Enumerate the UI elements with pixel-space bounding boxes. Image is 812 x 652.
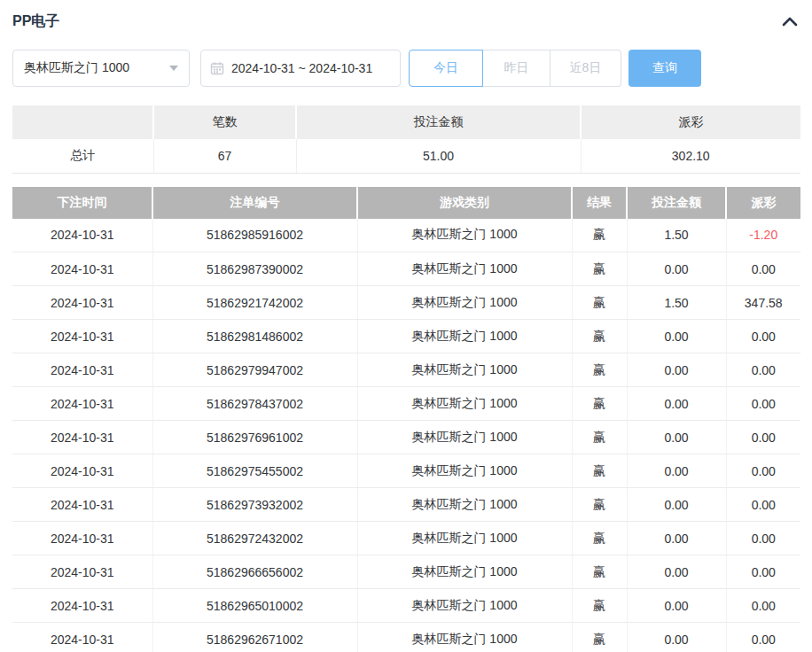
last-8-days-button[interactable]: 近8日 xyxy=(550,50,621,87)
bet-time-cell: 2024-10-31 xyxy=(12,252,152,286)
bet-amount-cell: 0.00 xyxy=(627,522,726,555)
order-number-cell: 51862966656002 xyxy=(152,555,357,589)
header-payout: 派彩 xyxy=(726,187,800,219)
bet-time-cell: 2024-10-31 xyxy=(12,387,152,421)
table-row: 2024-10-3151862987390002奥林匹斯之门 1000赢0.00… xyxy=(12,252,800,286)
collapse-button[interactable] xyxy=(780,12,800,31)
payout-cell: 0.00 xyxy=(726,454,800,488)
result-cell: 赢 xyxy=(572,252,627,286)
table-row: 2024-10-3151862973932002奥林匹斯之门 1000赢0.00… xyxy=(12,488,800,522)
panel-header: PP电子 xyxy=(12,9,800,34)
game-type-cell: 奥林匹斯之门 1000 xyxy=(357,488,572,522)
yesterday-button[interactable]: 昨日 xyxy=(483,50,550,87)
game-type-cell: 奥林匹斯之门 1000 xyxy=(357,555,572,589)
result-cell: 赢 xyxy=(572,353,627,387)
filter-bar: 奥林匹斯之门 1000 2024-10-31 ~ 2024-10-31 xyxy=(12,50,800,87)
order-number-cell: 51862965010002 xyxy=(152,589,357,623)
payout-cell: 0.00 xyxy=(726,252,800,286)
bet-amount-cell: 0.00 xyxy=(627,555,726,589)
date-range-value: 2024-10-31 ~ 2024-10-31 xyxy=(231,61,372,75)
today-button[interactable]: 今日 xyxy=(409,50,483,87)
bet-amount-cell: 0.00 xyxy=(627,454,726,488)
result-cell: 赢 xyxy=(572,286,627,320)
bet-amount-cell: 0.00 xyxy=(627,320,726,353)
chevron-up-icon xyxy=(782,16,798,27)
total-bet-amount: 51.00 xyxy=(296,139,581,173)
bet-amount-cell: 0.00 xyxy=(627,252,726,286)
bet-amount-cell: 0.00 xyxy=(627,589,726,623)
result-cell: 赢 xyxy=(572,421,627,454)
summary-header-count: 笔数 xyxy=(153,105,296,139)
table-row: 2024-10-3151862921742002奥林匹斯之门 1000赢1.50… xyxy=(12,286,800,320)
game-type-cell: 奥林匹斯之门 1000 xyxy=(357,320,572,353)
game-type-cell: 奥林匹斯之门 1000 xyxy=(357,454,572,488)
bet-time-cell: 2024-10-31 xyxy=(12,353,152,387)
table-row: 2024-10-3151862978437002奥林匹斯之门 1000赢0.00… xyxy=(12,387,800,421)
result-cell: 赢 xyxy=(572,555,627,589)
result-cell: 赢 xyxy=(572,219,627,252)
bet-amount-cell: 0.00 xyxy=(627,353,726,387)
result-cell: 赢 xyxy=(572,320,627,353)
quick-date-button-group: 今日 昨日 近8日 xyxy=(409,50,621,87)
game-type-cell: 奥林匹斯之门 1000 xyxy=(357,589,572,623)
bet-time-cell: 2024-10-31 xyxy=(12,488,152,522)
total-label: 总计 xyxy=(12,139,153,173)
order-number-cell: 51862962671002 xyxy=(152,623,357,652)
order-number-cell: 51862985916002 xyxy=(152,219,357,252)
result-cell: 赢 xyxy=(572,589,627,623)
calendar-icon xyxy=(210,61,224,75)
payout-cell: 0.00 xyxy=(726,353,800,387)
bet-time-cell: 2024-10-31 xyxy=(12,589,152,623)
bet-time-cell: 2024-10-31 xyxy=(12,522,152,555)
order-number-cell: 51862979947002 xyxy=(152,353,357,387)
chevron-down-icon xyxy=(169,66,178,71)
game-type-cell: 奥林匹斯之门 1000 xyxy=(357,252,572,286)
query-button[interactable]: 查询 xyxy=(629,50,701,87)
order-number-cell: 51862976961002 xyxy=(152,421,357,454)
game-type-cell: 奥林匹斯之门 1000 xyxy=(357,219,572,252)
order-number-cell: 51862921742002 xyxy=(152,286,357,320)
table-row: 2024-10-3151862966656002奥林匹斯之门 1000赢0.00… xyxy=(12,555,800,589)
result-cell: 赢 xyxy=(572,454,627,488)
header-order-number: 注单编号 xyxy=(152,187,357,219)
order-number-cell: 51862975455002 xyxy=(152,454,357,488)
result-cell: 赢 xyxy=(572,522,627,555)
date-range-picker[interactable]: 2024-10-31 ~ 2024-10-31 xyxy=(200,50,401,87)
summary-total-row: 总计 67 51.00 302.10 xyxy=(12,139,800,173)
game-select[interactable]: 奥林匹斯之门 1000 xyxy=(12,50,190,87)
bet-time-cell: 2024-10-31 xyxy=(12,219,152,252)
order-number-cell: 51862978437002 xyxy=(152,387,357,421)
game-type-cell: 奥林匹斯之门 1000 xyxy=(357,387,572,421)
order-number-cell: 51862972432002 xyxy=(152,522,357,555)
payout-cell: 0.00 xyxy=(726,320,800,353)
payout-cell: 0.00 xyxy=(726,522,800,555)
summary-table: 笔数 投注金额 派彩 总计 67 51.00 302.10 xyxy=(12,105,800,174)
bet-time-cell: 2024-10-31 xyxy=(12,454,152,488)
total-payout: 302.10 xyxy=(581,139,800,173)
payout-cell: 347.58 xyxy=(726,286,800,320)
bet-amount-cell: 0.00 xyxy=(627,623,726,652)
bet-amount-cell: 1.50 xyxy=(627,219,726,252)
records-table: 下注时间 注单编号 游戏类别 结果 投注金额 派彩 2024-10-315186… xyxy=(12,187,800,652)
game-type-cell: 奥林匹斯之门 1000 xyxy=(357,522,572,555)
order-number-cell: 51862973932002 xyxy=(152,488,357,522)
table-row: 2024-10-3151862965010002奥林匹斯之门 1000赢0.00… xyxy=(12,589,800,623)
result-cell: 赢 xyxy=(572,387,627,421)
bet-time-cell: 2024-10-31 xyxy=(12,421,152,454)
summary-header-payout: 派彩 xyxy=(581,105,800,139)
bet-time-cell: 2024-10-31 xyxy=(12,320,152,353)
bet-amount-cell: 0.00 xyxy=(627,488,726,522)
header-result: 结果 xyxy=(572,187,627,219)
table-row: 2024-10-3151862985916002奥林匹斯之门 1000赢1.50… xyxy=(12,219,800,252)
payout-cell: -1.20 xyxy=(726,219,800,252)
game-select-value: 奥林匹斯之门 1000 xyxy=(24,60,129,76)
records-header-row: 下注时间 注单编号 游戏类别 结果 投注金额 派彩 xyxy=(12,187,800,219)
payout-cell: 0.00 xyxy=(726,387,800,421)
header-bet-amount: 投注金额 xyxy=(627,187,726,219)
payout-cell: 0.00 xyxy=(726,555,800,589)
table-row: 2024-10-3151862976961002奥林匹斯之门 1000赢0.00… xyxy=(12,421,800,454)
payout-cell: 0.00 xyxy=(726,421,800,454)
game-type-cell: 奥林匹斯之门 1000 xyxy=(357,623,572,652)
payout-cell: 0.00 xyxy=(726,488,800,522)
table-row: 2024-10-3151862972432002奥林匹斯之门 1000赢0.00… xyxy=(12,522,800,555)
